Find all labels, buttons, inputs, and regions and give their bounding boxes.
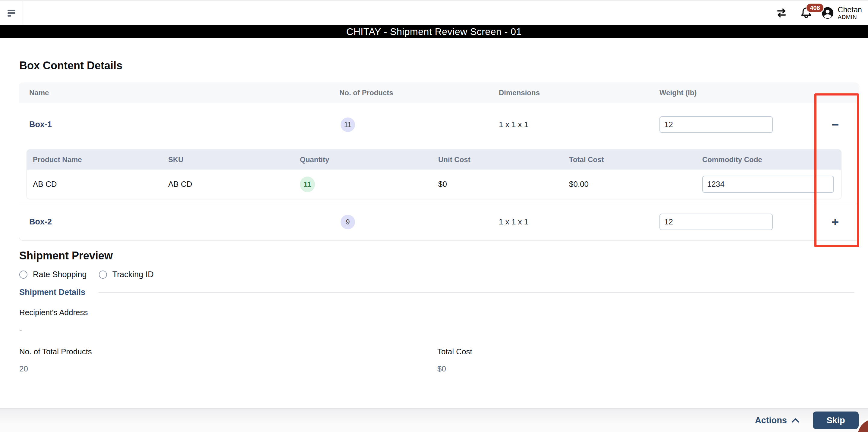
column-header-commodity-code: Commodity Code bbox=[702, 156, 841, 164]
page-title: CHITAY - Shipment Review Screen - 01 bbox=[346, 26, 522, 37]
product-sku-cell: AB CD bbox=[168, 179, 300, 189]
product-name-cell: AB CD bbox=[33, 179, 168, 189]
menu-button[interactable] bbox=[0, 1, 23, 25]
notifications-button[interactable]: 408 bbox=[800, 6, 813, 20]
recipient-address-value: - bbox=[19, 325, 859, 334]
box-1-product-count-badge: 11 bbox=[341, 118, 355, 132]
notification-count-badge: 408 bbox=[806, 3, 824, 13]
radio-circle-icon[interactable] bbox=[19, 270, 27, 279]
total-cost-label: Total Cost bbox=[437, 347, 859, 356]
footer-action-bar: Actions Skip bbox=[0, 408, 868, 432]
shipment-details-section: Shipment Details bbox=[19, 288, 859, 297]
commodity-code-input[interactable] bbox=[702, 176, 834, 193]
transfer-arrows-button[interactable] bbox=[775, 7, 788, 19]
box-1-dimensions: 1 x 1 x 1 bbox=[499, 120, 659, 129]
column-header-quantity: Quantity bbox=[300, 156, 438, 164]
product-total-cost-cell: $0.00 bbox=[569, 179, 702, 189]
column-header-num-products: No. of Products bbox=[339, 89, 499, 97]
totals-section: No. of Total Products 20 Total Cost $0 bbox=[19, 347, 859, 373]
actions-button[interactable]: Actions bbox=[755, 416, 800, 425]
minus-icon: − bbox=[832, 118, 839, 132]
product-row: AB CD AB CD 11 $0 $0.00 bbox=[27, 170, 841, 199]
top-bar: 408 Chetan ADMIN bbox=[0, 0, 868, 25]
divider-line bbox=[98, 292, 855, 293]
box-2-weight-input[interactable] bbox=[659, 213, 773, 230]
shipment-details-link[interactable]: Shipment Details bbox=[19, 288, 85, 297]
transfer-arrows-icon bbox=[775, 7, 788, 19]
product-quantity-badge: 11 bbox=[300, 176, 315, 192]
box-2-dimensions: 1 x 1 x 1 bbox=[499, 217, 659, 227]
column-header-name: Name bbox=[29, 89, 339, 97]
box-1-products-section: Product Name SKU Quantity Unit Cost Tota… bbox=[19, 146, 859, 203]
plus-icon: + bbox=[832, 215, 839, 229]
skip-button[interactable]: Skip bbox=[813, 411, 859, 429]
products-table-header-row: Product Name SKU Quantity Unit Cost Tota… bbox=[27, 150, 841, 170]
table-row-box-2: Box-2 9 1 x 1 x 1 + bbox=[19, 203, 859, 240]
column-header-product-name: Product Name bbox=[33, 156, 168, 164]
box-1-collapse-button[interactable]: − bbox=[827, 117, 843, 133]
radio-circle-icon[interactable] bbox=[99, 270, 107, 279]
box-content-table: Name No. of Products Dimensions Weight (… bbox=[19, 83, 859, 240]
total-products-value: 20 bbox=[19, 364, 437, 373]
box-2-link[interactable]: Box-2 bbox=[29, 217, 339, 227]
total-products-label: No. of Total Products bbox=[19, 347, 437, 356]
actions-button-label: Actions bbox=[755, 416, 787, 425]
column-header-unit-cost: Unit Cost bbox=[438, 156, 569, 164]
box-1-weight-input[interactable] bbox=[659, 116, 773, 133]
radio-label: Rate Shopping bbox=[33, 270, 87, 279]
radio-label: Tracking ID bbox=[113, 270, 154, 279]
user-name: Chetan bbox=[838, 5, 862, 14]
product-unit-cost-cell: $0 bbox=[438, 179, 569, 189]
box-table-header-row: Name No. of Products Dimensions Weight (… bbox=[19, 83, 859, 103]
column-header-weight: Weight (lb) bbox=[659, 89, 798, 97]
shipment-preview-heading: Shipment Preview bbox=[19, 250, 859, 262]
box-1-link[interactable]: Box-1 bbox=[29, 120, 339, 129]
box-2-expand-button[interactable]: + bbox=[827, 214, 843, 230]
hamburger-menu-icon bbox=[7, 10, 16, 16]
user-menu[interactable]: Chetan ADMIN bbox=[821, 5, 862, 21]
table-row-box-1: Box-1 11 1 x 1 x 1 − bbox=[19, 103, 859, 146]
column-header-dimensions: Dimensions bbox=[499, 89, 659, 97]
box-content-heading: Box Content Details bbox=[19, 59, 859, 72]
column-header-sku: SKU bbox=[168, 156, 300, 164]
radio-option-rate-shopping[interactable]: Rate Shopping bbox=[19, 270, 87, 279]
column-header-total-cost: Total Cost bbox=[569, 156, 702, 164]
recipient-address-label: Recipient's Address bbox=[19, 308, 859, 317]
chevron-up-icon bbox=[791, 417, 800, 423]
radio-option-tracking-id[interactable]: Tracking ID bbox=[99, 270, 154, 279]
user-role: ADMIN bbox=[838, 14, 862, 21]
preview-mode-radio-group: Rate Shopping Tracking ID bbox=[19, 270, 859, 279]
screen-title-bar: CHITAY - Shipment Review Screen - 01 bbox=[0, 25, 868, 38]
products-table: Product Name SKU Quantity Unit Cost Tota… bbox=[27, 149, 841, 199]
total-cost-value: $0 bbox=[437, 364, 859, 373]
box-2-product-count-badge: 9 bbox=[341, 215, 355, 229]
main-content: Box Content Details Name No. of Products… bbox=[0, 59, 868, 373]
